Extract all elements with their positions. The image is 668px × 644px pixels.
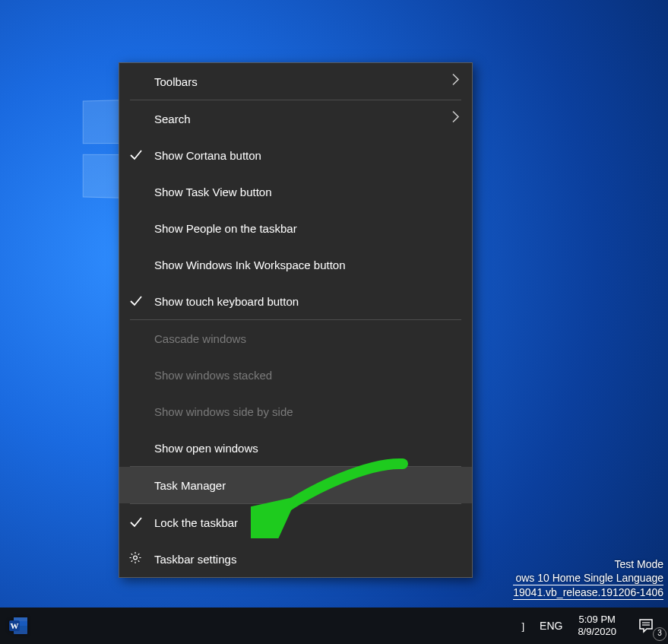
menu-item-label: Show Windows Ink Workspace button [154,259,346,271]
watermark-line: Test Mode [513,557,663,571]
check-icon [128,148,144,163]
menu-item-label: Show touch keyboard button [154,295,299,308]
check-icon [128,293,144,309]
notification-icon [638,618,654,633]
notification-badge: 3 [653,627,666,641]
menu-item-lock-the-taskbar[interactable]: Lock the taskbar [119,504,472,541]
menu-item-task-manager[interactable]: Task Manager [119,467,472,503]
menu-item-label: Search [154,113,191,125]
menu-item-label: Lock the taskbar [154,516,238,529]
word-icon: W [8,614,30,637]
menu-item-label: Task Manager [154,479,226,492]
svg-point-0 [134,556,138,560]
menu-item-cascade-windows: Cascade windows [119,320,472,357]
menu-item-show-touch-keyboard-button[interactable]: Show touch keyboard button [119,283,472,319]
menu-item-show-cortana-button[interactable]: Show Cortana button [119,137,472,173]
desktop-watermark: Test Mode ows 10 Home Single Language 19… [513,557,663,600]
menu-item-label: Show Task View button [154,186,272,198]
menu-item-label: Taskbar settings [154,553,236,566]
menu-item-show-open-windows[interactable]: Show open windows [119,430,472,466]
taskbar-app-word[interactable]: W [0,608,38,644]
taskbar[interactable]: W ] ENG 5:09 PM 8/9/2020 3 [0,608,668,644]
check-icon [128,515,144,530]
menu-item-show-windows-ink-workspace-button[interactable]: Show Windows Ink Workspace button [119,246,472,283]
watermark-line: 19041.vb_release.191206-1406 [513,585,663,600]
tray-action-center[interactable]: 3 [624,608,668,644]
menu-item-show-windows-side-by-side: Show windows side by side [119,393,472,430]
tray-ime-indicator[interactable]: ] [514,608,532,644]
menu-item-label: Show windows side by side [154,405,293,418]
tray-language-indicator[interactable]: ENG [532,608,570,644]
menu-item-show-task-view-button[interactable]: Show Task View button [119,173,472,210]
tray-time: 5:09 PM [578,614,615,626]
gear-icon [128,551,142,567]
menu-item-label: Show windows stacked [154,369,272,382]
menu-item-show-people-on-the-taskbar[interactable]: Show People on the taskbar [119,210,472,246]
menu-item-label: Show Cortana button [154,149,261,162]
taskbar-context-menu: Toolbars Search Show Cortana button Show… [119,62,473,578]
tray-clock[interactable]: 5:09 PM 8/9/2020 [570,614,624,638]
menu-item-label: Show open windows [154,442,258,455]
menu-item-search[interactable]: Search [119,100,472,137]
watermark-line: ows 10 Home Single Language [513,571,663,585]
menu-item-label: Show People on the taskbar [154,222,297,235]
menu-item-taskbar-settings[interactable]: Taskbar settings [119,541,472,577]
menu-item-label: Cascade windows [154,332,246,345]
chevron-right-icon [452,74,460,90]
svg-text:W: W [11,621,19,630]
desktop-wallpaper[interactable]: Toolbars Search Show Cortana button Show… [0,0,668,644]
tray-ime-label: ] [521,620,524,632]
tray-date: 8/9/2020 [578,626,616,638]
chevron-right-icon [452,111,460,127]
menu-item-show-windows-stacked: Show windows stacked [119,357,472,393]
tray-language-label: ENG [540,620,562,632]
menu-item-label: Toolbars [154,75,198,88]
menu-item-toolbars[interactable]: Toolbars [119,63,472,100]
